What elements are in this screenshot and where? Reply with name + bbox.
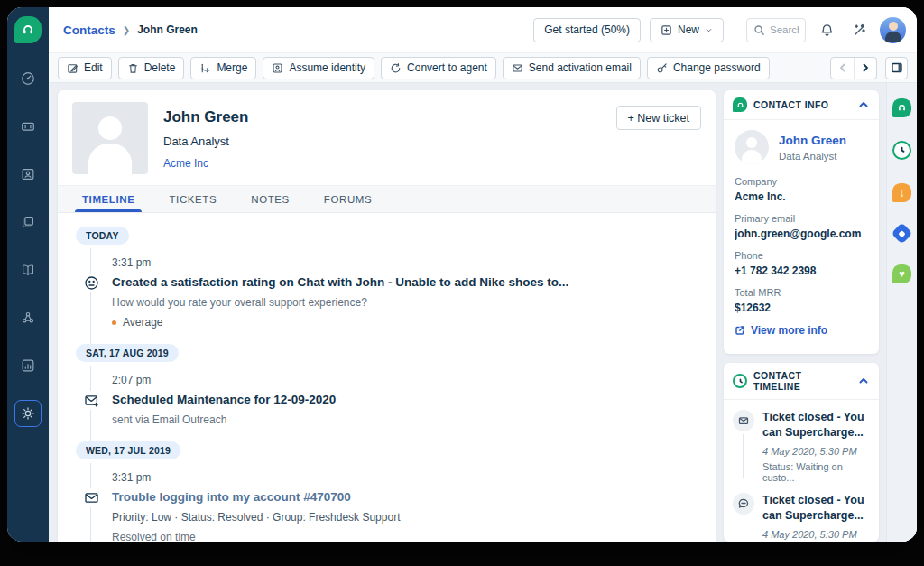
apps-rail: ↓ ♥ xyxy=(886,83,917,542)
entry-time: 2:07 pm xyxy=(112,374,699,386)
tab-forums[interactable]: FORUMS xyxy=(307,186,389,212)
contact-info-collapse-button[interactable] xyxy=(857,98,870,111)
email-icon xyxy=(84,488,99,507)
contact-timeline-entry: Ticket closed - You can Supercharge... 4… xyxy=(724,400,879,483)
contact-name: John Green xyxy=(163,108,248,126)
contact-info-card: CONTACT INFO John Green Data Analyst xyxy=(724,90,879,354)
orange-app-icon[interactable]: ↓ xyxy=(892,183,911,202)
edit-button[interactable]: Edit xyxy=(58,57,112,79)
send-activation-email-button[interactable]: Send activation email xyxy=(503,57,641,79)
user-avatar[interactable] xyxy=(880,17,906,43)
satisfaction-neutral-face-icon xyxy=(84,274,99,292)
solutions-icon xyxy=(20,262,36,278)
gear-icon xyxy=(20,405,36,422)
ct-entry-title[interactable]: Ticket closed - You can Supercharge... xyxy=(762,410,870,441)
delete-button[interactable]: Delete xyxy=(118,57,185,79)
field-label-primary-email: Primary email xyxy=(735,213,868,224)
edit-icon xyxy=(67,62,79,74)
rating-value: Average xyxy=(123,316,162,329)
get-started-button[interactable]: Get started (50%) xyxy=(533,18,641,42)
ct-entry-title[interactable]: Ticket closed - You can Supercharge... xyxy=(762,493,870,524)
nav-item-settings[interactable] xyxy=(14,400,42,427)
apps-switcher-icon[interactable] xyxy=(847,18,871,42)
search-box[interactable] xyxy=(746,18,806,42)
nav-item-contacts[interactable] xyxy=(14,161,42,188)
contact-tabs: TIMELINE TICKETS NOTES FORUMS xyxy=(58,185,716,213)
entry-title[interactable]: Created a satisfaction rating on Chat wi… xyxy=(112,275,699,289)
merge-button[interactable]: Merge xyxy=(190,57,256,79)
email-sent-icon xyxy=(84,391,99,410)
contact-job-title: Data Analyst xyxy=(163,135,248,148)
contact-detail-card: John Green Data Analyst Acme Inc + New t… xyxy=(58,90,716,542)
convert-arrows-icon xyxy=(390,62,402,74)
timeline-entry: 3:31 pm Trouble logging into my account … xyxy=(76,471,699,542)
view-more-info-link[interactable]: View more info xyxy=(735,324,868,337)
contact-info-header: CONTACT INFO xyxy=(753,99,851,110)
contact-timeline-collapse-button[interactable] xyxy=(857,375,870,387)
top-header: Contacts ❯ John Green Get started (50%) … xyxy=(49,7,917,52)
next-contact-button[interactable] xyxy=(854,58,876,79)
field-value-total-mrr: $12632 xyxy=(735,302,868,314)
key-icon xyxy=(656,62,668,74)
assume-identity-button[interactable]: Assume identity xyxy=(263,57,374,79)
freshdesk-mini-icon xyxy=(733,97,747,112)
identity-card-icon xyxy=(272,62,283,74)
nav-item-community[interactable] xyxy=(14,304,42,331)
companies-icon xyxy=(20,214,36,230)
field-value-phone: +1 782 342 2398 xyxy=(735,264,868,277)
side-panel-toggle-button[interactable] xyxy=(885,57,908,79)
timeline-connector xyxy=(90,248,91,344)
nav-item-tickets[interactable] xyxy=(14,113,42,140)
convert-to-agent-button[interactable]: Convert to agent xyxy=(381,57,496,79)
entry-time: 3:31 pm xyxy=(112,256,699,269)
nav-item-solutions[interactable] xyxy=(14,256,42,283)
new-ticket-button[interactable]: + New ticket xyxy=(616,106,701,130)
contact-timeline-card: CONTACT TIMELINE xyxy=(724,363,879,542)
nav-item-dashboard[interactable] xyxy=(14,65,42,92)
timeline-date-badge: TODAY xyxy=(76,227,129,245)
contact-timeline-entry: Ticket closed - You can Supercharge... 4… xyxy=(724,483,879,542)
contact-company-link[interactable]: Acme Inc xyxy=(163,157,248,170)
tab-tickets[interactable]: TICKETS xyxy=(152,186,234,212)
breadcrumb-chevron-icon: ❯ xyxy=(123,25,130,35)
nav-item-analytics[interactable] xyxy=(14,352,42,379)
entry-title[interactable]: Scheduled Maintenance for 12-09-2020 xyxy=(112,393,699,406)
blue-diamond-app-icon[interactable] xyxy=(891,222,912,244)
contacts-icon xyxy=(20,166,36,182)
contact-timeline-app-icon[interactable] xyxy=(892,141,911,160)
dashboard-icon xyxy=(20,70,36,87)
contact-info-name-link[interactable]: John Green xyxy=(779,134,846,147)
green-heart-app-icon[interactable]: ♥ xyxy=(892,264,911,283)
new-button[interactable]: New xyxy=(650,18,724,42)
tab-notes[interactable]: NOTES xyxy=(234,186,307,212)
breadcrumb-contacts-link[interactable]: Contacts xyxy=(63,23,116,37)
search-icon xyxy=(753,24,765,36)
contact-pager xyxy=(830,57,877,79)
community-icon xyxy=(20,310,36,326)
contact-timeline-header: CONTACT TIMELINE xyxy=(753,370,851,392)
entry-title-ticket-link[interactable]: Trouble logging into my account #470700 xyxy=(112,490,699,504)
trash-icon xyxy=(127,62,139,74)
entry-time: 3:31 pm xyxy=(112,471,699,484)
app-window: Contacts ❯ John Green Get started (50%) … xyxy=(7,7,917,542)
tickets-icon xyxy=(20,118,36,135)
envelope-icon xyxy=(512,62,523,74)
tab-timeline[interactable]: TIMELINE xyxy=(65,186,152,212)
nav-item-companies[interactable] xyxy=(14,209,42,236)
freshdesk-app-icon[interactable] xyxy=(892,98,911,117)
chevron-right-icon xyxy=(861,63,870,72)
entry-question: How would you rate your overall support … xyxy=(112,296,699,309)
timeline-date-badge: WED, 17 JUL 2019 xyxy=(76,441,180,459)
analytics-icon xyxy=(20,357,36,374)
notifications-bell-icon[interactable] xyxy=(815,18,838,42)
contact-toolbar: Edit Delete Merge Assume identity Conver… xyxy=(49,52,917,83)
previous-contact-button[interactable] xyxy=(831,58,854,79)
timeline-group-aug: SAT, 17 AUG 2019 2:07 pm Scheduled Main xyxy=(76,344,699,441)
external-link-icon xyxy=(735,325,745,336)
ct-entry-status: Status: Waiting on custo... xyxy=(762,461,870,483)
search-input[interactable] xyxy=(770,24,799,35)
ct-entry-date: 4 May 2020, 5:30 PM xyxy=(762,529,870,540)
change-password-button[interactable]: Change password xyxy=(647,57,770,79)
header-divider xyxy=(735,22,735,38)
freshdesk-logo-icon[interactable] xyxy=(14,16,42,43)
